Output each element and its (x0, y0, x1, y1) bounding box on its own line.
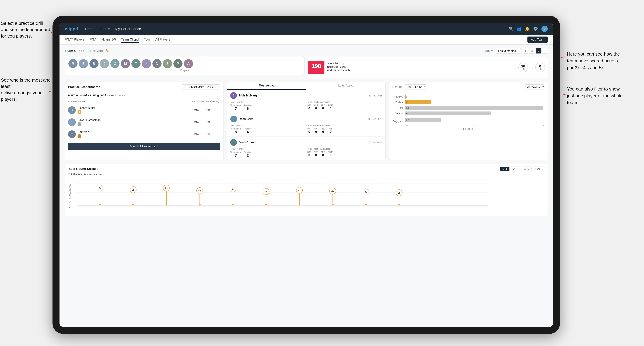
edit-icon[interactable]: ✏️ (106, 49, 109, 53)
scoring-par-filter[interactable]: Par 3, 4 & 5s (404, 84, 427, 89)
player-avatar-10[interactable]: S (163, 59, 172, 68)
svg-point-28 (265, 204, 267, 205)
rees-player: R Rees Britt (230, 116, 253, 122)
view-grid-sm[interactable]: ⊞ (523, 48, 528, 54)
lb-row-3[interactable]: C Cameron... 3 17/20 103 (65, 128, 223, 140)
show-label: Show: (485, 49, 494, 53)
subnav-team-clippd[interactable]: Team Clippd (121, 37, 138, 43)
drill-select[interactable]: PUTT Must Make Putting... (181, 84, 220, 89)
active-player-blair: B Blair McHarg 26 Aug 2023 Total Rounds … (227, 90, 386, 113)
pars-bar-container: 499 (404, 106, 544, 110)
player-avatar-3[interactable]: B (90, 59, 98, 68)
josh-total-rounds: Total Rounds Tournament 7 Practice 2 (230, 148, 306, 158)
josh-ott: OTT 0 (307, 151, 311, 157)
show-select[interactable]: Last 3 months (495, 48, 521, 54)
filter-putt[interactable]: PUTT (533, 167, 544, 171)
x-axis-0: 0 (406, 124, 408, 127)
rees-ott: OTT 0 (307, 128, 311, 134)
subnav-tour[interactable]: Tour (144, 37, 150, 43)
bogeys-label: Bogeys (392, 112, 404, 115)
search-icon[interactable]: 🔍 (508, 26, 513, 31)
player-avatar-1[interactable]: R (68, 59, 78, 68)
svg-point-16 (166, 204, 167, 205)
player-avatar-7[interactable]: T (132, 59, 140, 68)
subnav-hcaps[interactable]: Hcaps 1-5 (102, 37, 116, 43)
player-avatar-11[interactable]: P (174, 59, 182, 68)
filter-arg[interactable]: ARG (522, 167, 532, 171)
nav-my-performance[interactable]: My Performance (115, 26, 141, 32)
lb-avg-1: 110 (206, 109, 220, 112)
dbogeys-bar: 131 (404, 118, 441, 122)
streaks-header: Best Round Streaks OTT APP ARG PUTT (68, 167, 544, 171)
lb-score-1: 19/20 (192, 109, 206, 112)
rees-total-rounds: Total Rounds Tournament 8 Practice 4 (230, 124, 306, 134)
shot-distance-value: 198 (312, 63, 321, 69)
subnav-pgat[interactable]: PGAT Players (65, 37, 84, 43)
player-avatar-8[interactable]: K (142, 59, 151, 68)
user-avatar[interactable]: U (542, 26, 548, 32)
blair-arg: ARG 0 (321, 104, 325, 110)
player-avatar-6[interactable]: M (121, 59, 130, 68)
josh-app: APP 0 (314, 151, 318, 157)
filter-ott[interactable]: OTT (500, 167, 510, 171)
eagles-bar: 3 (404, 95, 406, 99)
chart-x-axis: 0 200 400 (392, 124, 544, 127)
chart-x-title: Total Shots (392, 128, 544, 130)
shot-distance-block: 198 yds (308, 61, 324, 74)
scoring-title: Scoring (392, 85, 402, 89)
eagles-label: Eagles (392, 95, 404, 98)
tab-least-active[interactable]: Least Active (306, 82, 385, 90)
streaks-subtitle: Off The Tee, Fairway Accuracy (68, 173, 544, 176)
scoring-header: Scoring Par 3, 4 & 5s All Players (389, 82, 548, 92)
lb-player-1-name: Richard Butler (78, 106, 95, 110)
subnav-pga[interactable]: PGA (90, 37, 96, 43)
people-icon[interactable]: 👥 (517, 26, 522, 31)
lb-row-2[interactable]: E Edward Crossman 2 18/20 107 (65, 116, 223, 128)
birdies-label: Birdies (392, 101, 404, 104)
svg-text:GIR %, Fairway Accuracy: GIR %, Fairway Accuracy (68, 184, 71, 208)
filter-app[interactable]: APP (511, 167, 520, 171)
col-pb-avg: PB AVG SQ (206, 100, 220, 103)
players-section: R E B J C (65, 56, 304, 75)
lb-player-3-info: Cameron... 3 (78, 131, 91, 138)
scoring-player-filter[interactable]: All Players (525, 84, 544, 89)
pars-label: Pars (392, 106, 404, 109)
lb-player-3: C Cameron... 3 (68, 130, 192, 138)
add-team-button[interactable]: Add Team (528, 36, 548, 43)
shot-text-info: Shot Dist: 16 yds Start Lie: Rough End L… (324, 60, 352, 74)
rees-putt: PUTT 0 (328, 128, 334, 134)
josh-player: J Josh Coles (230, 139, 254, 146)
player-avatar-12[interactable]: A (184, 59, 193, 68)
tab-most-active[interactable]: Most Active (227, 82, 306, 90)
lb-row-1[interactable]: R Richard Butler 1 19/20 110 (65, 104, 223, 116)
lb-player-3-name: Cameron... (78, 131, 91, 134)
bell-icon[interactable]: 🔔 (525, 26, 530, 31)
svg-text:5x: 5x (198, 189, 201, 192)
circle-2: 0 yds (535, 63, 545, 72)
rees-arg: ARG 0 (321, 128, 325, 134)
bogeys-bar: 311 (404, 112, 491, 115)
active-player-josh: J Josh Coles 26 Aug 2023 Total Rounds To… (227, 137, 386, 160)
birdies-bar-container: 96 (404, 100, 544, 104)
player-avatar-4[interactable]: J (100, 59, 109, 68)
nav-teams[interactable]: Teams (100, 26, 110, 32)
view-list[interactable]: ☰ (536, 48, 541, 54)
view-full-leaderboard-btn[interactable]: View Full Leaderboard (68, 143, 220, 150)
view-grid-md[interactable]: ⊡ (529, 48, 535, 54)
view-sort[interactable]: ↕ (542, 48, 548, 54)
player-avatar-5[interactable]: C (110, 59, 120, 68)
player-avatar-2[interactable]: E (79, 59, 88, 68)
most-active-panel: Most Active Least Active B Blair McHarg … (227, 82, 386, 160)
shot-startlie-line: Start Lie: Rough (327, 65, 350, 68)
player-avatar-9[interactable]: D (152, 59, 162, 68)
nav-home[interactable]: Home (85, 26, 94, 32)
settings-icon[interactable]: ⚙️ (533, 26, 538, 31)
rees-practice-activities: Total Practice Activities OTT 0 APP 0 (307, 124, 382, 134)
subnav-all-players[interactable]: All Players (156, 37, 170, 43)
shot-endlie-line: End Lie: In The Hole (327, 69, 350, 72)
dbogeys-bar-container: 131 (404, 118, 544, 122)
three-column-panels: Practice Leaderboards PUTT Must Make Put… (65, 82, 548, 160)
rees-stats: Total Rounds Tournament 8 Practice 4 (230, 124, 382, 134)
josh-practice-activities: Total Practice Activities OTT 0 APP 0 (307, 148, 382, 158)
blair-practice: Practice 6 (244, 104, 252, 111)
